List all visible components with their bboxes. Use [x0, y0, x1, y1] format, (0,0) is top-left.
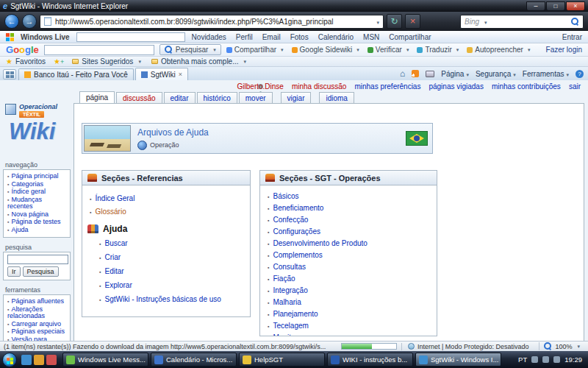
quick-launch-icon[interactable]: [46, 355, 57, 365]
print-icon[interactable]: [426, 71, 434, 77]
section-link[interactable]: Confecção: [268, 214, 432, 226]
section-link[interactable]: Complementos: [268, 250, 432, 261]
section-link[interactable]: Configurações: [268, 226, 432, 238]
go-button[interactable]: Ir: [7, 266, 21, 277]
tray-icon[interactable]: [531, 356, 538, 363]
maximize-button[interactable]: [546, 1, 565, 11]
zoom-control[interactable]: 100%: [539, 342, 584, 350]
section-link[interactable]: Integração: [268, 285, 432, 297]
tray-icon[interactable]: [553, 356, 560, 363]
browser-search-box[interactable]: Bing: [460, 15, 584, 29]
section-link[interactable]: Criar: [99, 253, 245, 263]
google-toolbar-item[interactable]: Autopreencher: [467, 46, 530, 54]
google-search-button[interactable]: Pesquisar: [159, 44, 221, 55]
clock[interactable]: 19:29: [564, 355, 582, 364]
address-dropdown-icon[interactable]: [374, 18, 379, 26]
wiki-page-tab[interactable]: vigiar: [281, 92, 312, 103]
help-icon[interactable]: [576, 70, 584, 78]
close-button[interactable]: [566, 1, 585, 11]
favorites-bar-item[interactable]: Sites Sugeridos: [72, 57, 141, 66]
taskbar-window-button[interactable]: Calendário - Micros...: [151, 353, 237, 367]
quick-tabs-button[interactable]: [3, 69, 16, 79]
live-toolbar-link[interactable]: Fotos: [290, 33, 309, 41]
banner-title[interactable]: Arquivos de Ajuda: [137, 127, 209, 138]
taskbar-window-button[interactable]: Windows Live Mess...: [62, 353, 148, 367]
security-zone[interactable]: Internet | Modo Protegido: Desativado: [401, 343, 534, 350]
section-link[interactable]: Buscar: [99, 239, 245, 249]
live-toolbar-link[interactable]: Email: [262, 33, 281, 41]
wiki-logo[interactable]: Operacional TÊXTIL Wiki: [0, 99, 74, 160]
search-button[interactable]: Pesquisa: [23, 266, 59, 277]
wiki-page-tab[interactable]: idioma: [319, 92, 354, 103]
live-search-input[interactable]: [76, 32, 185, 42]
sidebar-tool-link[interactable]: Páginas especiais: [7, 328, 68, 336]
section-link[interactable]: Explorar: [99, 281, 245, 291]
live-toolbar-link[interactable]: Calendário: [318, 33, 354, 41]
user-menu-link[interactable]: minhas preferências: [354, 82, 420, 91]
section-link[interactable]: Consultas: [268, 261, 432, 273]
section-link[interactable]: Monitores: [268, 332, 432, 336]
user-menu-link[interactable]: Gilberto.Dinse: [237, 82, 284, 91]
sidebar-link[interactable]: Mudanças recentes: [7, 197, 68, 210]
taskbar-window-button[interactable]: HelpSGT: [239, 353, 325, 367]
forward-button[interactable]: [22, 14, 37, 29]
start-button[interactable]: [2, 353, 17, 367]
sidebar-tool-link[interactable]: Páginas afluentes: [7, 298, 68, 305]
back-button[interactable]: [4, 14, 19, 29]
sidebar-link[interactable]: Página de testes: [7, 219, 68, 226]
google-toolbar-item[interactable]: Compartilhar: [226, 46, 284, 54]
browser-tab[interactable]: SgtWiki: [135, 68, 188, 80]
section-link[interactable]: Índice Geral: [90, 194, 245, 204]
google-toolbar-item[interactable]: Traduzir: [417, 46, 459, 54]
google-toolbar-item[interactable]: Verificar: [368, 46, 409, 54]
section-link[interactable]: Malharia: [268, 297, 432, 308]
sidebar-link[interactable]: Ajuda: [7, 227, 68, 234]
live-toolbar-link[interactable]: Perfil: [236, 33, 253, 41]
sidebar-tool-link[interactable]: Carregar arquivo: [7, 321, 68, 328]
add-favorite-icon[interactable]: [54, 57, 64, 66]
wiki-page-tab[interactable]: discussão: [116, 92, 162, 103]
live-toolbar-link[interactable]: Compartilhar: [389, 33, 431, 41]
section-link[interactable]: Planejamento: [268, 308, 432, 320]
taskbar-window-button[interactable]: WIKI - instruções b...: [327, 353, 413, 367]
quick-launch-icon[interactable]: [21, 355, 32, 365]
section-link[interactable]: Fiação: [268, 273, 432, 285]
home-icon[interactable]: [400, 68, 405, 79]
section-link[interactable]: Tecelagem: [268, 320, 432, 332]
live-toolbar-link[interactable]: MSN: [363, 33, 379, 41]
user-menu-link[interactable]: minhas contribuições: [492, 82, 561, 91]
refresh-button[interactable]: [387, 14, 402, 29]
address-bar[interactable]: http://www5.operacionaltextil.com.br:809…: [40, 15, 384, 29]
section-link[interactable]: Editar: [99, 267, 245, 277]
close-tab-icon[interactable]: [179, 71, 182, 78]
live-toolbar-link[interactable]: Novidades: [192, 33, 226, 41]
command-bar-button[interactable]: Segurança: [476, 70, 516, 78]
taskbar-window-button[interactable]: SgtWiki - Windows I...: [415, 353, 501, 367]
language-indicator[interactable]: PT: [518, 355, 527, 364]
command-bar-button[interactable]: Ferramentas: [523, 70, 569, 78]
command-bar-button[interactable]: Página: [441, 70, 469, 78]
browser-tab[interactable]: Banco Itaú - Feito Para Você: [18, 68, 134, 80]
favorites-bar-item[interactable]: Obtenha mais comple...: [151, 57, 246, 66]
sidebar-link[interactable]: Categorias: [7, 181, 68, 188]
favorites-button[interactable]: Favoritos: [6, 57, 46, 66]
wiki-page-tab[interactable]: editar: [164, 92, 196, 103]
sidebar-link[interactable]: Nova página: [7, 211, 68, 219]
section-link[interactable]: Desenvolvimento de Produto: [268, 238, 432, 250]
google-search-input[interactable]: [44, 45, 154, 55]
title-bar[interactable]: SgtWiki - Windows Internet Explorer: [0, 0, 588, 12]
user-menu-link[interactable]: minha discussão: [292, 82, 346, 91]
stop-button[interactable]: [405, 14, 420, 29]
brazil-flag-icon[interactable]: [406, 131, 428, 146]
quick-launch-icon[interactable]: [34, 355, 44, 365]
user-menu-link[interactable]: sair: [569, 82, 581, 91]
search-icon[interactable]: [571, 18, 579, 26]
sidebar-tool-link[interactable]: Alterações relacionadas: [7, 306, 68, 320]
feeds-icon[interactable]: [412, 70, 419, 77]
tray-icon[interactable]: [542, 356, 549, 363]
wiki-page-tab[interactable]: histórico: [197, 92, 237, 103]
wiki-page-tab[interactable]: página: [79, 91, 115, 103]
section-link[interactable]: SgtWiki - Instruções básicas de uso: [99, 295, 245, 305]
google-login-link[interactable]: Fazer login: [546, 46, 582, 54]
google-toolbar-item[interactable]: Google Sidewiki: [292, 46, 359, 54]
